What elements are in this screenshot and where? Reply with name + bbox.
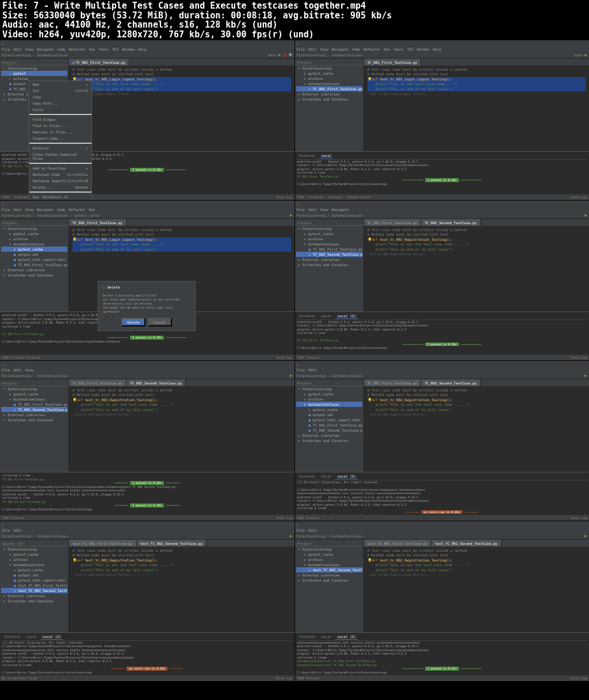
delete-button[interactable]: Delete (121, 318, 146, 326)
run-icon[interactable]: ▶ (584, 52, 587, 57)
terminal[interactable]: TerminalLocal platform win32 -- Python 3… (295, 151, 590, 194)
debug-icon[interactable]: 🐞 (283, 53, 287, 57)
ide-frame-3: □ FileEditViewNavigateCodeRefactorRun Py… (0, 201, 294, 360)
audio-info: Audio: aac, 44100 Hz, 2 channels, s16, 1… (2, 20, 587, 30)
code-editor[interactable]: # Test case code must be written inside … (69, 66, 294, 151)
run-icon[interactable]: ▶ (278, 52, 281, 57)
delete-dialog: ⓘ Delete Delete 1 directory and 2 files?… (98, 281, 196, 331)
ide-frame-5: □ FileEditView PytestLearning › Automati… (0, 361, 294, 521)
editor-tab[interactable]: ●TC_001_First_TestCase.py (69, 59, 129, 66)
code-editor[interactable]: # Test case code must be written inside … (364, 66, 590, 151)
file-info: File: 7 - Write Multiple Test Cases and … (2, 1, 587, 11)
menubar[interactable]: FileEditViewNavigateCodeRefactorRunTools… (0, 46, 294, 52)
ide-frame-4: □ FileEditViewNavigate PytestLearning › … (295, 201, 590, 360)
run-config[interactable]: main (268, 53, 276, 57)
ide-frame-8: □ FileEdit PytestLearning › AutomationCa… (295, 521, 590, 681)
project-tree[interactable]: Project ▾ PytestLearning ▸ pytest_cache … (295, 59, 364, 151)
ide-frame-1: □ FileEditViewNavigateCodeRefactorRunToo… (0, 40, 294, 200)
menubar[interactable]: FileEditViewNavigateCodeRefactorRunTools… (295, 46, 590, 52)
ide-frame-6: □ FileEdit PytestLearning › AutomationCa… (295, 361, 590, 521)
context-menu[interactable]: New▸ CutCtrl+X Copy Copy Path... Paste F… (29, 80, 92, 200)
ide-frame-2: □ FileEditViewNavigateCodeRefactorRunToo… (295, 40, 590, 200)
size-info: Size: 56330040 bytes (53.72 MiB), durati… (2, 11, 587, 21)
window-controls-icon[interactable]: □ (2, 41, 4, 45)
search-icon[interactable]: 🔍 (289, 53, 293, 57)
breadcrumb[interactable]: PytestLearning › AutomationCases (2, 53, 68, 57)
cancel-button[interactable]: Cancel (148, 318, 172, 326)
video-info: Video: h264, yuv420p, 1280x720, 767 kb/s… (2, 30, 587, 40)
window-controls-icon[interactable]: □ (297, 41, 299, 45)
editor-tab[interactable]: TC_001_First_TestCase.py (364, 59, 422, 66)
ide-frame-7: □ FileEdit PytestLearning › AutomationCa… (0, 521, 294, 681)
